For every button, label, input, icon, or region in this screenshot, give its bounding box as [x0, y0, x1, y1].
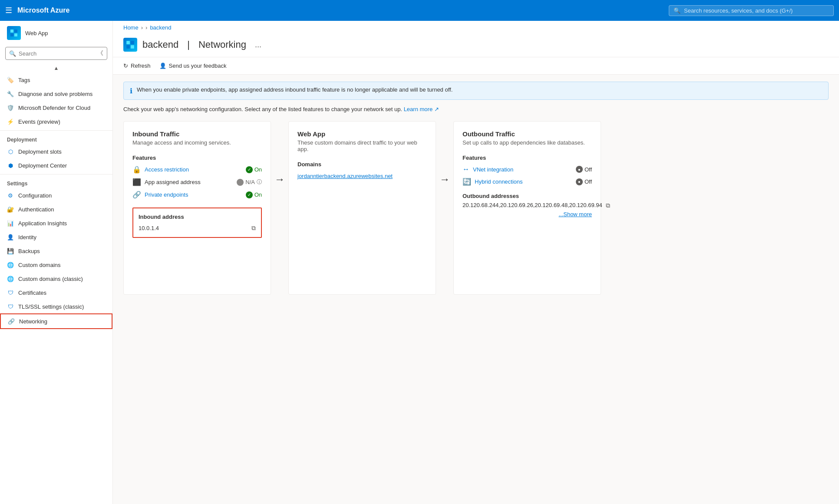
- sidebar-search-box[interactable]: 🔍 《: [5, 47, 107, 60]
- sidebar-item-defender[interactable]: 🛡️ Microsoft Defender for Cloud: [0, 101, 112, 115]
- certificates-icon: 🛡: [7, 289, 14, 296]
- show-more-link[interactable]: ...Show more: [462, 211, 592, 217]
- sidebar-item-tls-ssl[interactable]: 🛡 TLS/SSL settings (classic): [0, 300, 112, 313]
- breadcrumb-sep2: ›: [145, 24, 147, 31]
- scroll-up-arrow[interactable]: ▲: [0, 63, 112, 73]
- app-title: Microsoft Azure: [17, 7, 69, 14]
- svg-rect-6: [126, 45, 130, 49]
- sidebar-item-label: Backups: [18, 248, 40, 254]
- svg-rect-5: [131, 41, 134, 44]
- sidebar-item-label: Networking: [19, 318, 47, 325]
- sidebar-item-events[interactable]: ⚡ Events (preview): [0, 115, 112, 128]
- sidebar-item-label: Custom domains: [18, 262, 61, 268]
- copy-inbound-address-button[interactable]: ⧉: [251, 224, 256, 232]
- sidebar-item-label: Custom domains (classic): [18, 276, 83, 282]
- feature-hybrid-connections: 🔄 Hybrid connections ● Off: [462, 178, 592, 186]
- access-restriction-status-icon: ✓: [246, 166, 253, 173]
- hybrid-connections-status-icon: ●: [576, 178, 583, 185]
- vnet-integration-link[interactable]: VNet integration: [473, 166, 572, 173]
- feature-app-assigned-address: ⬛ App assigned address N/A ⓘ: [132, 178, 262, 186]
- inbound-card-title: Inbound Traffic: [132, 130, 262, 138]
- sidebar-header: Web App: [0, 21, 112, 45]
- private-endpoints-icon: 🔗: [132, 191, 141, 199]
- feedback-label: Send us your feedback: [169, 63, 227, 69]
- main-content: ℹ When you enable private endpoints, app…: [113, 75, 839, 302]
- sidebar-item-networking[interactable]: 🔗 Networking: [0, 313, 112, 329]
- inbound-address-title: Inbound address: [139, 214, 256, 220]
- sidebar-item-label: Identity: [18, 234, 36, 240]
- sidebar: Web App 🔍 《 ▲ 🏷️ Tags 🔧 Diagnose and sol…: [0, 21, 113, 504]
- outbound-addresses-title: Outbound addresses: [462, 193, 592, 199]
- outbound-ips-row: 20.120.68.244,20.120.69.26,20.120.69.48,…: [462, 202, 592, 209]
- page-header: backend | Networking ...: [113, 34, 839, 57]
- domains-title: Domains: [297, 161, 427, 168]
- sidebar-item-custom-domains-classic[interactable]: 🌐 Custom domains (classic): [0, 272, 112, 286]
- svg-rect-1: [14, 30, 17, 33]
- breadcrumb-sep1: ›: [141, 24, 143, 31]
- sidebar-app-title: Web App: [25, 30, 48, 36]
- sidebar-item-identity[interactable]: 👤 Identity: [0, 230, 112, 244]
- sidebar-item-deployment-center[interactable]: ⬢ Deployment Center: [0, 158, 112, 172]
- sidebar-item-backups[interactable]: 💾 Backups: [0, 244, 112, 258]
- sidebar-item-label: Authentication: [18, 206, 54, 213]
- custom-domains-icon: 🌐: [7, 261, 14, 268]
- section-deployment: Deployment: [0, 132, 112, 145]
- defender-icon: 🛡️: [7, 104, 14, 111]
- inbound-features-title: Features: [132, 155, 262, 161]
- access-restriction-link[interactable]: Access restriction: [145, 166, 242, 173]
- sidebar-item-configuration[interactable]: ⚙ Configuration: [0, 188, 112, 202]
- refresh-label: Refresh: [131, 63, 151, 69]
- learn-more-link[interactable]: Learn more ↗: [404, 106, 439, 112]
- svg-rect-0: [10, 30, 13, 33]
- webapp-icon: [7, 26, 21, 40]
- app-assigned-address-link[interactable]: App assigned address: [145, 179, 233, 185]
- backups-icon: 💾: [7, 247, 14, 254]
- sidebar-item-custom-domains[interactable]: 🌐 Custom domains: [0, 258, 112, 272]
- custom-domains-classic-icon: 🌐: [7, 275, 14, 282]
- copy-outbound-ips-button[interactable]: ⧉: [606, 202, 610, 209]
- app-assigned-address-status: N/A ⓘ: [237, 178, 262, 186]
- private-endpoints-status: ✓ On: [246, 191, 262, 198]
- sidebar-search-input[interactable]: [19, 50, 95, 57]
- outbound-ips-text: 20.120.68.244,20.120.69.26,20.120.69.48,…: [462, 202, 602, 208]
- sidebar-item-diagnose[interactable]: 🔧 Diagnose and solve problems: [0, 87, 112, 101]
- sidebar-item-label: Tags: [18, 77, 30, 83]
- outbound-card-title: Outbound Traffic: [462, 130, 592, 138]
- breadcrumb-home[interactable]: Home: [123, 24, 139, 31]
- breadcrumb-current[interactable]: backend: [150, 24, 171, 31]
- domain-link[interactable]: jordanntierbackend.azurewebsites.net: [297, 173, 393, 179]
- svg-rect-4: [126, 41, 130, 44]
- sidebar-item-authentication[interactable]: 🔐 Authentication: [0, 202, 112, 216]
- search-icon: 🔍: [674, 7, 680, 14]
- page-subtitle: Networking: [198, 39, 246, 50]
- learn-more-text: Learn more: [404, 106, 433, 112]
- vnet-integration-icon: ↔: [462, 165, 469, 173]
- feedback-button[interactable]: 👤 Send us your feedback: [159, 61, 227, 71]
- sidebar-item-certificates[interactable]: 🛡 Certificates: [0, 286, 112, 300]
- networking-icon: 🔗: [8, 318, 15, 325]
- refresh-button[interactable]: ↻ Refresh: [123, 61, 151, 71]
- sidebar-item-deployment-slots[interactable]: ⬡ Deployment slots: [0, 145, 112, 158]
- access-restriction-icon: 🔒: [132, 165, 141, 174]
- app-insights-icon: 📊: [7, 220, 14, 227]
- top-navigation: ☰ Microsoft Azure 🔍 Search resources, se…: [0, 0, 839, 21]
- toolbar: ↻ Refresh 👤 Send us your feedback: [113, 57, 839, 75]
- hybrid-connections-link[interactable]: Hybrid connections: [475, 178, 572, 185]
- webapp-card-subtitle: These custom domains direct traffic to y…: [297, 139, 427, 152]
- sidebar-item-tags[interactable]: 🏷️ Tags: [0, 73, 112, 87]
- sidebar-item-label: Events (preview): [18, 119, 60, 125]
- global-search[interactable]: 🔍 Search resources, services, and docs (…: [669, 5, 834, 16]
- network-cards-row: Inbound Traffic Manage access and incomi…: [123, 121, 829, 295]
- svg-rect-3: [14, 33, 17, 36]
- page-title-sep: |: [187, 39, 190, 50]
- sidebar-item-label: TLS/SSL settings (classic): [18, 303, 84, 310]
- sidebar-item-label: Certificates: [18, 290, 46, 296]
- ellipsis-button[interactable]: ...: [255, 40, 261, 49]
- outbound-traffic-card: Outbound Traffic Set up calls to app dep…: [453, 121, 601, 295]
- sidebar-item-app-insights[interactable]: 📊 Application Insights: [0, 216, 112, 230]
- collapse-button[interactable]: 《: [97, 49, 103, 57]
- hamburger-menu[interactable]: ☰: [5, 6, 12, 15]
- info-banner-text: When you enable private endpoints, app a…: [137, 86, 453, 93]
- content-area: Home › › backend backend | Networking ..…: [113, 21, 839, 504]
- private-endpoints-link[interactable]: Private endpoints: [145, 191, 242, 198]
